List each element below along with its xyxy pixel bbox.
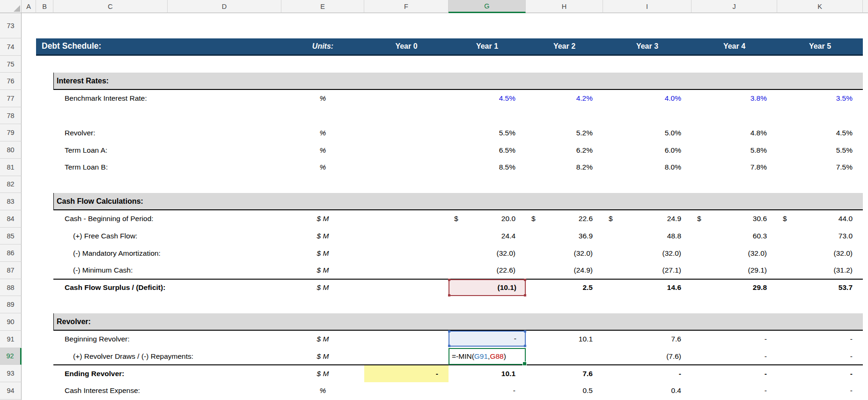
row-header-79[interactable]: 79: [0, 125, 22, 142]
cell-J88[interactable]: 29.8: [691, 279, 777, 296]
ref-handle[interactable]: [448, 279, 450, 281]
cell-K85[interactable]: 73.0: [777, 228, 863, 245]
cell-G85[interactable]: 24.4: [449, 228, 526, 245]
cell-J94[interactable]: -: [691, 382, 777, 400]
cell-H80[interactable]: 6.2%: [526, 141, 603, 159]
unit-cell-80[interactable]: %: [281, 141, 364, 159]
cell-J87[interactable]: (29.1): [691, 262, 777, 279]
year-header-5[interactable]: Year 5: [777, 38, 863, 54]
cell-J84[interactable]: 30.6: [691, 210, 777, 228]
year-header-0[interactable]: Year 0: [364, 38, 449, 54]
cell-I77[interactable]: 4.0%: [603, 90, 691, 107]
cell-K79[interactable]: 4.5%: [777, 125, 863, 142]
cell-J91[interactable]: -: [691, 331, 777, 348]
cell-K80[interactable]: 5.5%: [777, 141, 863, 159]
year-header-3[interactable]: Year 3: [603, 38, 691, 54]
cell-G84[interactable]: 20.0: [449, 210, 526, 228]
column-header-K[interactable]: K: [777, 0, 863, 13]
cell-H81[interactable]: 8.2%: [526, 159, 603, 176]
row-label-77[interactable]: Benchmark Interest Rate:: [53, 90, 281, 107]
row-header-90[interactable]: 90: [0, 313, 22, 331]
row-label-92[interactable]: (+) Revolver Draws / (-) Repayments:: [53, 348, 281, 365]
units-header[interactable]: Units:: [281, 38, 364, 54]
row-header-83[interactable]: 83: [0, 193, 22, 210]
reference-highlight-cell-G91[interactable]: -: [449, 331, 526, 347]
row-label-91[interactable]: Beginning Revolver:: [53, 331, 281, 348]
cell-G79[interactable]: 5.5%: [449, 125, 526, 142]
cell-J93[interactable]: -: [691, 365, 777, 382]
row-header-85[interactable]: 85: [0, 228, 22, 245]
select-all-corner[interactable]: [0, 0, 22, 13]
cell-J86[interactable]: (32.0): [691, 244, 777, 262]
unit-cell-91[interactable]: $ M: [281, 331, 364, 348]
cell-K94[interactable]: -: [777, 382, 863, 400]
unit-cell-81[interactable]: %: [281, 159, 364, 176]
row-header-89[interactable]: 89: [0, 296, 22, 314]
cell-K86[interactable]: (32.0): [777, 244, 863, 262]
cell-K84[interactable]: 44.0: [777, 210, 863, 228]
cell-I85[interactable]: 48.8: [603, 228, 691, 245]
cell-K91[interactable]: -: [777, 331, 863, 348]
section-header-83[interactable]: Cash Flow Calculations:: [53, 193, 863, 210]
cell-K81[interactable]: 7.5%: [777, 159, 863, 176]
row-header-73[interactable]: 73: [0, 13, 22, 38]
cell-J80[interactable]: 5.8%: [691, 141, 777, 159]
row-header-81[interactable]: 81: [0, 159, 22, 176]
row-header-77[interactable]: 77: [0, 90, 22, 107]
cell-I87[interactable]: (27.1): [603, 262, 691, 279]
cell-G87[interactable]: (22.6): [449, 262, 526, 279]
column-header-C[interactable]: C: [53, 0, 168, 13]
cell-G77[interactable]: 4.5%: [449, 90, 526, 107]
unit-cell-94[interactable]: %: [281, 382, 364, 400]
cell-K88[interactable]: 53.7: [777, 279, 863, 296]
cell-I80[interactable]: 6.0%: [603, 141, 691, 159]
year-header-4[interactable]: Year 4: [691, 38, 777, 54]
row-header-75[interactable]: 75: [0, 56, 22, 73]
year-header-2[interactable]: Year 2: [526, 38, 603, 54]
row-label-85[interactable]: (+) Free Cash Flow:: [53, 228, 281, 245]
cell-H79[interactable]: 5.2%: [526, 125, 603, 142]
cell-H88[interactable]: 2.5: [526, 279, 603, 296]
cell-I92[interactable]: (7.6): [603, 348, 691, 365]
ref-handle[interactable]: [524, 330, 526, 333]
row-header-92[interactable]: 92: [0, 348, 22, 365]
column-header-J[interactable]: J: [691, 0, 777, 13]
row-label-79[interactable]: Revolver:: [53, 125, 281, 142]
cell-K77[interactable]: 3.5%: [777, 90, 863, 107]
row-label-86[interactable]: (-) Mandatory Amortization:: [53, 244, 281, 262]
row-header-88[interactable]: 88: [0, 279, 22, 296]
cell-I91[interactable]: 7.6: [603, 331, 691, 348]
row-label-94[interactable]: Cash Interest Expense:: [53, 382, 281, 400]
row-header-87[interactable]: 87: [0, 262, 22, 279]
row-header-93[interactable]: 93: [0, 365, 22, 382]
cell-K87[interactable]: (31.2): [777, 262, 863, 279]
cell-H94[interactable]: 0.5: [526, 382, 603, 400]
column-header-A[interactable]: A: [22, 0, 36, 13]
cell-J77[interactable]: 3.8%: [691, 90, 777, 107]
column-header-E[interactable]: E: [281, 0, 364, 13]
row-header-94[interactable]: 94: [0, 382, 22, 400]
cell-G81[interactable]: 8.5%: [449, 159, 526, 176]
formula-edit-cell[interactable]: =-MIN(G91,G88): [449, 348, 526, 365]
row-header-78[interactable]: 78: [0, 107, 22, 125]
debt-schedule-title-bar[interactable]: Debt Schedule:Units:Year 0Year 1Year 2Ye…: [36, 38, 863, 56]
reference-highlight-cell-G88[interactable]: (10.1): [449, 279, 526, 296]
cell-K92[interactable]: -: [777, 348, 863, 365]
unit-cell-92[interactable]: $ M: [281, 348, 364, 365]
cell-I86[interactable]: (32.0): [603, 244, 691, 262]
row-label-93[interactable]: Ending Revolver:: [53, 365, 281, 382]
cell-G94[interactable]: -: [449, 382, 526, 400]
cell-H86[interactable]: (32.0): [526, 244, 603, 262]
row-label-81[interactable]: Term Loan B:: [53, 159, 281, 176]
cell-H87[interactable]: (24.9): [526, 262, 603, 279]
column-header-G[interactable]: G: [449, 0, 526, 13]
cell-J85[interactable]: 60.3: [691, 228, 777, 245]
cell-H85[interactable]: 36.9: [526, 228, 603, 245]
row-header-91[interactable]: 91: [0, 331, 22, 348]
unit-cell-77[interactable]: %: [281, 90, 364, 107]
ref-handle[interactable]: [524, 345, 526, 347]
ref-handle[interactable]: [448, 345, 450, 347]
cell-J81[interactable]: 7.8%: [691, 159, 777, 176]
unit-cell-79[interactable]: %: [281, 125, 364, 142]
row-label-88[interactable]: Cash Flow Surplus / (Deficit):: [53, 279, 281, 296]
